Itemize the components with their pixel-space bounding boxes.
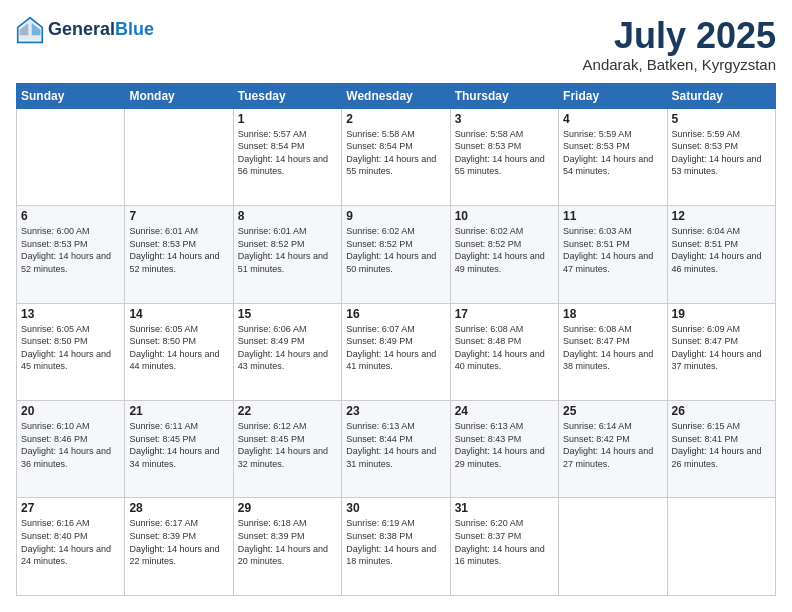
calendar-cell: 6Sunrise: 6:00 AMSunset: 8:53 PMDaylight… bbox=[17, 206, 125, 303]
day-number: 1 bbox=[238, 112, 337, 126]
calendar-cell: 4Sunrise: 5:59 AMSunset: 8:53 PMDaylight… bbox=[559, 108, 667, 205]
day-info: Sunrise: 6:11 AMSunset: 8:45 PMDaylight:… bbox=[129, 420, 228, 470]
day-number: 25 bbox=[563, 404, 662, 418]
calendar-cell: 5Sunrise: 5:59 AMSunset: 8:53 PMDaylight… bbox=[667, 108, 775, 205]
weekday-header-thursday: Thursday bbox=[450, 83, 558, 108]
day-number: 6 bbox=[21, 209, 120, 223]
day-number: 11 bbox=[563, 209, 662, 223]
day-info: Sunrise: 6:08 AMSunset: 8:48 PMDaylight:… bbox=[455, 323, 554, 373]
calendar-week-5: 27Sunrise: 6:16 AMSunset: 8:40 PMDayligh… bbox=[17, 498, 776, 596]
calendar-cell: 31Sunrise: 6:20 AMSunset: 8:37 PMDayligh… bbox=[450, 498, 558, 596]
day-number: 27 bbox=[21, 501, 120, 515]
weekday-header-sunday: Sunday bbox=[17, 83, 125, 108]
day-number: 5 bbox=[672, 112, 771, 126]
calendar-week-1: 1Sunrise: 5:57 AMSunset: 8:54 PMDaylight… bbox=[17, 108, 776, 205]
calendar-cell: 7Sunrise: 6:01 AMSunset: 8:53 PMDaylight… bbox=[125, 206, 233, 303]
day-number: 10 bbox=[455, 209, 554, 223]
calendar-cell bbox=[667, 498, 775, 596]
weekday-header-tuesday: Tuesday bbox=[233, 83, 341, 108]
calendar-cell: 20Sunrise: 6:10 AMSunset: 8:46 PMDayligh… bbox=[17, 401, 125, 498]
day-number: 9 bbox=[346, 209, 445, 223]
day-info: Sunrise: 6:19 AMSunset: 8:38 PMDaylight:… bbox=[346, 517, 445, 567]
day-number: 26 bbox=[672, 404, 771, 418]
day-info: Sunrise: 6:02 AMSunset: 8:52 PMDaylight:… bbox=[346, 225, 445, 275]
calendar-cell: 28Sunrise: 6:17 AMSunset: 8:39 PMDayligh… bbox=[125, 498, 233, 596]
calendar-cell: 24Sunrise: 6:13 AMSunset: 8:43 PMDayligh… bbox=[450, 401, 558, 498]
day-number: 3 bbox=[455, 112, 554, 126]
calendar-cell: 1Sunrise: 5:57 AMSunset: 8:54 PMDaylight… bbox=[233, 108, 341, 205]
calendar-cell: 25Sunrise: 6:14 AMSunset: 8:42 PMDayligh… bbox=[559, 401, 667, 498]
day-number: 20 bbox=[21, 404, 120, 418]
calendar-cell: 15Sunrise: 6:06 AMSunset: 8:49 PMDayligh… bbox=[233, 303, 341, 400]
day-info: Sunrise: 6:04 AMSunset: 8:51 PMDaylight:… bbox=[672, 225, 771, 275]
calendar-cell: 16Sunrise: 6:07 AMSunset: 8:49 PMDayligh… bbox=[342, 303, 450, 400]
day-info: Sunrise: 6:09 AMSunset: 8:47 PMDaylight:… bbox=[672, 323, 771, 373]
day-info: Sunrise: 6:03 AMSunset: 8:51 PMDaylight:… bbox=[563, 225, 662, 275]
day-info: Sunrise: 6:07 AMSunset: 8:49 PMDaylight:… bbox=[346, 323, 445, 373]
day-info: Sunrise: 5:58 AMSunset: 8:54 PMDaylight:… bbox=[346, 128, 445, 178]
day-number: 4 bbox=[563, 112, 662, 126]
day-info: Sunrise: 6:00 AMSunset: 8:53 PMDaylight:… bbox=[21, 225, 120, 275]
day-number: 24 bbox=[455, 404, 554, 418]
calendar-cell bbox=[559, 498, 667, 596]
calendar-cell: 8Sunrise: 6:01 AMSunset: 8:52 PMDaylight… bbox=[233, 206, 341, 303]
calendar-cell bbox=[17, 108, 125, 205]
day-number: 7 bbox=[129, 209, 228, 223]
day-number: 2 bbox=[346, 112, 445, 126]
day-info: Sunrise: 6:18 AMSunset: 8:39 PMDaylight:… bbox=[238, 517, 337, 567]
day-number: 23 bbox=[346, 404, 445, 418]
main-title: July 2025 bbox=[583, 16, 776, 56]
calendar-cell: 11Sunrise: 6:03 AMSunset: 8:51 PMDayligh… bbox=[559, 206, 667, 303]
day-info: Sunrise: 5:58 AMSunset: 8:53 PMDaylight:… bbox=[455, 128, 554, 178]
calendar-cell: 13Sunrise: 6:05 AMSunset: 8:50 PMDayligh… bbox=[17, 303, 125, 400]
calendar-header-row: SundayMondayTuesdayWednesdayThursdayFrid… bbox=[17, 83, 776, 108]
calendar-week-3: 13Sunrise: 6:05 AMSunset: 8:50 PMDayligh… bbox=[17, 303, 776, 400]
calendar-cell: 12Sunrise: 6:04 AMSunset: 8:51 PMDayligh… bbox=[667, 206, 775, 303]
day-info: Sunrise: 6:05 AMSunset: 8:50 PMDaylight:… bbox=[21, 323, 120, 373]
day-number: 30 bbox=[346, 501, 445, 515]
day-number: 19 bbox=[672, 307, 771, 321]
day-info: Sunrise: 6:08 AMSunset: 8:47 PMDaylight:… bbox=[563, 323, 662, 373]
day-info: Sunrise: 6:13 AMSunset: 8:43 PMDaylight:… bbox=[455, 420, 554, 470]
calendar-cell: 26Sunrise: 6:15 AMSunset: 8:41 PMDayligh… bbox=[667, 401, 775, 498]
day-info: Sunrise: 6:14 AMSunset: 8:42 PMDaylight:… bbox=[563, 420, 662, 470]
day-info: Sunrise: 6:20 AMSunset: 8:37 PMDaylight:… bbox=[455, 517, 554, 567]
day-number: 18 bbox=[563, 307, 662, 321]
day-number: 16 bbox=[346, 307, 445, 321]
day-info: Sunrise: 6:06 AMSunset: 8:49 PMDaylight:… bbox=[238, 323, 337, 373]
weekday-header-monday: Monday bbox=[125, 83, 233, 108]
calendar-cell bbox=[125, 108, 233, 205]
day-info: Sunrise: 6:10 AMSunset: 8:46 PMDaylight:… bbox=[21, 420, 120, 470]
day-info: Sunrise: 6:12 AMSunset: 8:45 PMDaylight:… bbox=[238, 420, 337, 470]
calendar-week-4: 20Sunrise: 6:10 AMSunset: 8:46 PMDayligh… bbox=[17, 401, 776, 498]
calendar-cell: 21Sunrise: 6:11 AMSunset: 8:45 PMDayligh… bbox=[125, 401, 233, 498]
day-number: 15 bbox=[238, 307, 337, 321]
calendar-cell: 29Sunrise: 6:18 AMSunset: 8:39 PMDayligh… bbox=[233, 498, 341, 596]
day-number: 13 bbox=[21, 307, 120, 321]
day-number: 22 bbox=[238, 404, 337, 418]
calendar-cell: 3Sunrise: 5:58 AMSunset: 8:53 PMDaylight… bbox=[450, 108, 558, 205]
day-number: 29 bbox=[238, 501, 337, 515]
day-number: 14 bbox=[129, 307, 228, 321]
page: GeneralBlue July 2025 Andarak, Batken, K… bbox=[0, 0, 792, 612]
logo-icon bbox=[16, 16, 44, 44]
header: GeneralBlue July 2025 Andarak, Batken, K… bbox=[16, 16, 776, 73]
calendar-cell: 9Sunrise: 6:02 AMSunset: 8:52 PMDaylight… bbox=[342, 206, 450, 303]
weekday-header-wednesday: Wednesday bbox=[342, 83, 450, 108]
weekday-header-friday: Friday bbox=[559, 83, 667, 108]
calendar-cell: 18Sunrise: 6:08 AMSunset: 8:47 PMDayligh… bbox=[559, 303, 667, 400]
day-info: Sunrise: 6:02 AMSunset: 8:52 PMDaylight:… bbox=[455, 225, 554, 275]
day-number: 21 bbox=[129, 404, 228, 418]
day-number: 17 bbox=[455, 307, 554, 321]
day-info: Sunrise: 6:01 AMSunset: 8:53 PMDaylight:… bbox=[129, 225, 228, 275]
logo-text: GeneralBlue bbox=[48, 20, 154, 40]
subtitle: Andarak, Batken, Kyrgyzstan bbox=[583, 56, 776, 73]
day-info: Sunrise: 6:15 AMSunset: 8:41 PMDaylight:… bbox=[672, 420, 771, 470]
weekday-header-saturday: Saturday bbox=[667, 83, 775, 108]
day-info: Sunrise: 5:57 AMSunset: 8:54 PMDaylight:… bbox=[238, 128, 337, 178]
calendar-cell: 30Sunrise: 6:19 AMSunset: 8:38 PMDayligh… bbox=[342, 498, 450, 596]
day-number: 8 bbox=[238, 209, 337, 223]
day-info: Sunrise: 6:17 AMSunset: 8:39 PMDaylight:… bbox=[129, 517, 228, 567]
day-number: 31 bbox=[455, 501, 554, 515]
day-info: Sunrise: 6:16 AMSunset: 8:40 PMDaylight:… bbox=[21, 517, 120, 567]
